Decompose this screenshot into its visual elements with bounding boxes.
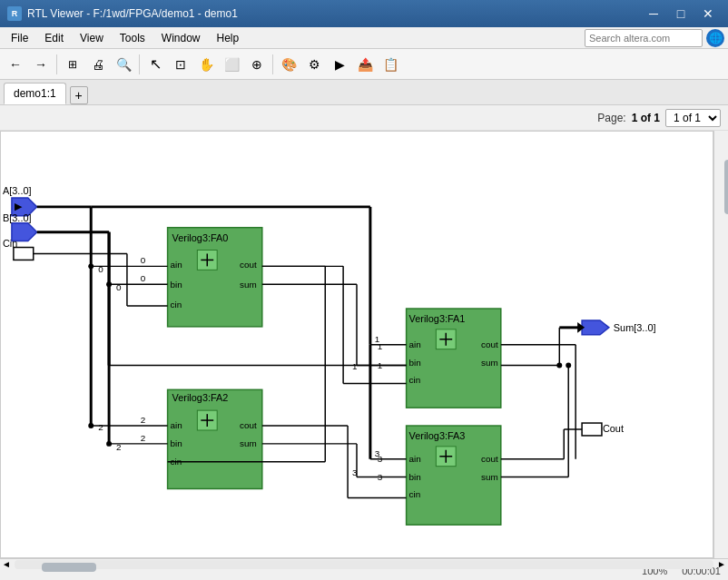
title-controls: ─ □ ✕ bbox=[641, 3, 721, 25]
fa3-title: Verilog3:FA3 bbox=[409, 430, 466, 441]
minimize-button[interactable]: ─ bbox=[641, 3, 666, 25]
fa1-cin-label: cin bbox=[409, 375, 421, 385]
globe-icon: 🌐 bbox=[706, 29, 724, 47]
print-button[interactable]: 🖨 bbox=[86, 53, 110, 76]
label-2-bin: 2 bbox=[116, 442, 122, 452]
wire-A-label-0: 0 bbox=[141, 255, 146, 265]
schematic-svg: ▶ A[3..0] B[3..0] Cin Sum[3..0] Cout bbox=[1, 132, 713, 557]
junction-A-fa0 bbox=[88, 263, 93, 269]
page-value: 1 of 1 bbox=[632, 112, 660, 124]
tab-demo1[interactable]: demo1:1 bbox=[4, 83, 66, 104]
toolbar-sep-3 bbox=[272, 54, 273, 74]
page-dropdown[interactable]: 1 of 1 bbox=[665, 109, 721, 127]
settings-button[interactable]: ⚙ bbox=[302, 53, 326, 76]
fa0-sum-label: sum bbox=[240, 280, 257, 290]
fa3-cin-label: cin bbox=[409, 489, 421, 499]
menu-tools[interactable]: Tools bbox=[113, 30, 152, 46]
hscroll-thumb[interactable] bbox=[42, 563, 96, 572]
vscroll-thumb[interactable] bbox=[724, 160, 729, 214]
fa1-bin-label: bin bbox=[409, 358, 421, 368]
fa3-sum-label: sum bbox=[481, 472, 498, 482]
fa0-title: Verilog3:FA0 bbox=[172, 232, 229, 243]
fa0-cin-label: cin bbox=[171, 300, 182, 310]
label-0-ain: 0 bbox=[98, 264, 103, 274]
fa2-cout-label: cout bbox=[240, 420, 257, 430]
fa1-cout-label: cout bbox=[481, 339, 498, 349]
titlebar: R RTL Viewer - F:/1wd/FPGA/demo1 - demo1… bbox=[0, 0, 728, 27]
port-Cin bbox=[14, 248, 34, 261]
menu-help[interactable]: Help bbox=[210, 30, 247, 46]
forward-button[interactable]: → bbox=[29, 53, 53, 76]
run-button[interactable]: ▶ bbox=[328, 53, 351, 76]
tab-label: demo1:1 bbox=[14, 87, 56, 100]
fa1-title: Verilog3:FA1 bbox=[409, 313, 466, 324]
label-3-sum: 3 bbox=[378, 472, 383, 482]
fa2-sum-label: sum bbox=[240, 438, 257, 448]
fa3-cout-label: cout bbox=[481, 454, 498, 464]
fit-button[interactable]: ⊞ bbox=[61, 53, 84, 76]
menu-edit[interactable]: Edit bbox=[37, 30, 71, 46]
toolbar: ← → ⊞ 🖨 🔍 ↖ ⊡ ✋ ⬜ ⊕ 🎨 ⚙ ▶ 📤 📋 bbox=[0, 49, 728, 80]
hscroll-left[interactable]: ◄ bbox=[2, 559, 11, 569]
fa0-ain-label: ain bbox=[171, 260, 182, 270]
label-1-sum: 1 bbox=[378, 360, 383, 370]
menu-view[interactable]: View bbox=[73, 30, 111, 46]
back-button[interactable]: ← bbox=[4, 53, 27, 76]
wire-B-label-2: 2 bbox=[141, 433, 146, 443]
port-A-label-inner: ▶ bbox=[15, 201, 23, 211]
label-0-bin: 0 bbox=[116, 282, 122, 292]
export2-button[interactable]: 📋 bbox=[379, 53, 402, 76]
canvas-area[interactable]: ▶ A[3..0] B[3..0] Cin Sum[3..0] Cout bbox=[0, 131, 713, 558]
fa2-ain-label: ain bbox=[171, 420, 182, 430]
wire-A-label-2: 2 bbox=[141, 415, 146, 425]
color-button[interactable]: 🎨 bbox=[277, 53, 300, 76]
tabs-area: demo1:1 + bbox=[0, 80, 728, 105]
toolbar-sep-1 bbox=[56, 54, 57, 74]
vertical-scrollbar[interactable] bbox=[713, 131, 728, 558]
port-B-label: B[3..0] bbox=[3, 212, 32, 223]
port-Cout bbox=[582, 423, 602, 436]
menubar: File Edit View Tools Window Help 🌐 bbox=[0, 27, 728, 49]
fa1-sum-label: sum bbox=[481, 358, 498, 368]
canvas-and-vscroll: ▶ A[3..0] B[3..0] Cin Sum[3..0] Cout bbox=[0, 131, 728, 558]
fa1-ain-label: ain bbox=[409, 339, 421, 349]
port-Cout-label: Cout bbox=[603, 423, 624, 434]
junction-A-fa2 bbox=[88, 423, 93, 428]
wire-B-label-0: 0 bbox=[141, 273, 146, 283]
wire-sum-label-1: 1 bbox=[352, 361, 358, 371]
label-2-ain: 2 bbox=[98, 422, 103, 432]
toolbar-sep-2 bbox=[139, 54, 140, 74]
title-text: RTL Viewer - F:/1wd/FPGA/demo1 - demo1 bbox=[27, 7, 238, 20]
pan-button[interactable]: ✋ bbox=[194, 53, 218, 76]
menu-window[interactable]: Window bbox=[154, 30, 208, 46]
add-tab-button[interactable]: + bbox=[70, 86, 88, 104]
probe-button[interactable]: ⊕ bbox=[245, 53, 269, 76]
fa2-bin-label: bin bbox=[171, 438, 182, 448]
app-icon: R bbox=[7, 6, 22, 21]
search-input[interactable] bbox=[585, 29, 703, 47]
fa2-title: Verilog3:FA2 bbox=[172, 392, 229, 403]
port-A-label: A[3..0] bbox=[3, 185, 32, 196]
zoom-in-button[interactable]: 🔍 bbox=[112, 53, 135, 76]
junction-sum bbox=[556, 363, 562, 369]
select-button[interactable]: ↖ bbox=[143, 53, 167, 76]
label-3-fa3-ain: 3 bbox=[378, 454, 383, 464]
port-Sum bbox=[582, 320, 609, 335]
junction-B-fa2 bbox=[106, 441, 112, 447]
fa3-bin-label: bin bbox=[409, 472, 421, 482]
label-1-fa1-ain: 1 bbox=[378, 341, 383, 351]
export1-button[interactable]: 📤 bbox=[353, 53, 377, 76]
maximize-button[interactable]: □ bbox=[668, 3, 694, 25]
wire-sum-label-3: 3 bbox=[352, 467, 358, 477]
horizontal-scrollbar[interactable]: ◄ ► bbox=[0, 558, 728, 569]
port-Cin-label: Cin bbox=[3, 238, 17, 249]
zoom-rect-button[interactable]: ⊡ bbox=[169, 53, 192, 76]
page-row: Page: 1 of 1 1 of 1 bbox=[0, 105, 728, 131]
close-button[interactable]: ✕ bbox=[695, 3, 721, 25]
menu-file[interactable]: File bbox=[4, 30, 35, 46]
canvas-wrapper: ▶ A[3..0] B[3..0] Cin Sum[3..0] Cout bbox=[0, 131, 728, 560]
title-left: R RTL Viewer - F:/1wd/FPGA/demo1 - demo1 bbox=[7, 6, 238, 21]
marquee-button[interactable]: ⬜ bbox=[220, 53, 243, 76]
page-label: Page: bbox=[597, 112, 625, 124]
junction-sum2 bbox=[566, 363, 571, 369]
